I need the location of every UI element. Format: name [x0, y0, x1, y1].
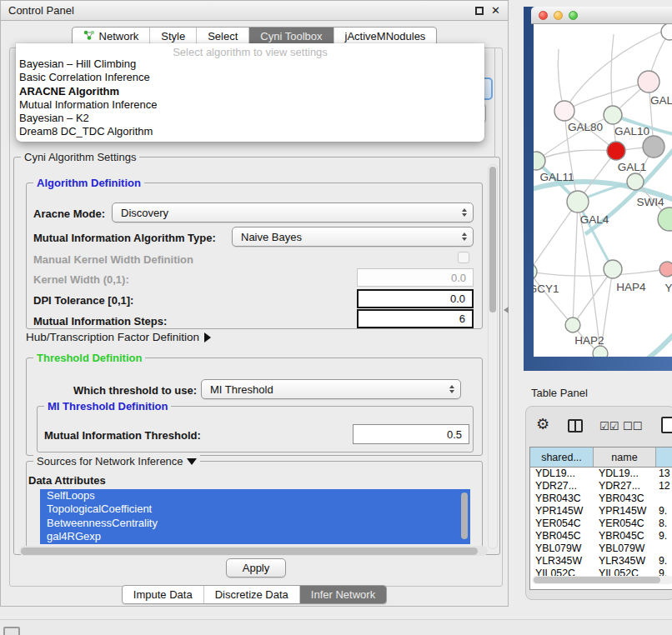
float-window-icon[interactable] — [475, 7, 484, 15]
attribute-selfloops[interactable]: SelfLoops — [40, 489, 470, 502]
cell: YBR043C — [594, 492, 656, 505]
table-row[interactable]: YLR345WYLR345W9. — [530, 555, 672, 568]
node-label: GAL80 — [568, 121, 603, 133]
network-node[interactable] — [658, 208, 672, 231]
table-row[interactable]: YDR27...YDR27...12 — [530, 480, 672, 492]
field-value: 0.5 — [447, 428, 462, 441]
tab-select[interactable]: Select — [196, 28, 248, 45]
scrollbar-thumb[interactable] — [489, 167, 496, 312]
table-row[interactable]: YBR045CYBR045C9. — [530, 530, 672, 542]
attribute-topologicalcoefficient[interactable]: TopologicalCoefficient — [40, 502, 470, 516]
table-horizontal-scrollbar[interactable] — [532, 576, 672, 584]
manual-kernel-width-checkbox[interactable] — [458, 252, 469, 263]
network-node[interactable] — [607, 142, 625, 160]
algorithm-option-dream8-dc-tdc-algorithm[interactable]: Dream8 DC_TDC Algorithm — [16, 125, 484, 138]
table-row[interactable]: YBL079WYBL079W — [530, 542, 672, 555]
network-node[interactable] — [627, 173, 644, 190]
algorithm-option-basic-correlation-inference[interactable]: Basic Correlation Inference — [16, 71, 484, 84]
network-node[interactable] — [661, 24, 672, 40]
column-header-shared[interactable]: shared... — [530, 448, 594, 467]
table-row[interactable]: YDL19...YDL19...13 — [530, 468, 672, 480]
dock-panel-icon[interactable] — [3, 627, 20, 635]
network-window-titlebar[interactable] — [531, 7, 672, 24]
expand-arrow-icon — [204, 332, 211, 342]
algorithm-option-mutual-information-inference[interactable]: Mutual Information Inference — [16, 98, 484, 112]
mi-algorithm-type-select[interactable]: Naive Bayes — [232, 227, 474, 247]
tab-impute-data[interactable]: Impute Data — [123, 586, 203, 603]
cyni-algorithm-settings-group: Cyni Algorithm Settings Algorithm Defini… — [13, 157, 500, 555]
apply-button[interactable]: Apply — [226, 558, 286, 578]
cell: YBL079W — [530, 542, 594, 555]
network-node[interactable] — [643, 136, 664, 158]
tab-cyni-toolbox[interactable]: Cyni Toolbox — [248, 28, 333, 45]
algorithm-option-bayesian-hill-climbing[interactable]: Bayesian – Hill Climbing — [16, 58, 484, 71]
tab-style[interactable]: Style — [149, 28, 196, 45]
columns-icon[interactable] — [568, 419, 583, 432]
table-row[interactable]: YBR043CYBR043C — [530, 492, 672, 505]
network-edge — [564, 82, 649, 111]
cell: 9. — [656, 555, 672, 568]
hub-transcription-factor-expander[interactable]: Hub/Transcription Factor Definition — [26, 331, 211, 343]
dpi-tolerance-field[interactable]: 0.0 — [357, 289, 474, 308]
mi-steps-field[interactable]: 6 — [357, 309, 474, 328]
panel-splitter-handle[interactable] — [504, 307, 509, 313]
tab-network[interactable]: Network — [73, 28, 150, 45]
column-header-cut[interactable] — [656, 448, 672, 467]
tab-label: Style — [161, 30, 185, 42]
network-node[interactable] — [534, 263, 537, 280]
attribute-gal4rgexp[interactable]: gal4RGexp — [40, 530, 470, 543]
close-traffic-light-icon[interactable] — [539, 11, 548, 20]
spinner-arrows-icon — [462, 232, 467, 241]
network-node[interactable] — [604, 106, 622, 124]
tab-infer-network[interactable]: Infer Network — [299, 586, 386, 603]
minimize-traffic-light-icon[interactable] — [554, 11, 563, 20]
table-row[interactable]: YER054CYER054C8. — [530, 518, 672, 530]
function-builder-icon[interactable] — [661, 417, 672, 433]
selected-value: Naive Bayes — [241, 231, 302, 243]
scrollbar-thumb[interactable] — [534, 577, 660, 583]
gear-icon[interactable]: ⚙ — [536, 417, 549, 432]
network-node[interactable] — [554, 101, 574, 121]
network-canvas[interactable]: GAL7GAL80GAL10GAL1GAL11GAL4SWI4GCY1HAP4Y… — [534, 24, 672, 357]
dpi-tolerance-label: DPI Tolerance [0,1]: — [33, 294, 133, 307]
field-value: 0.0 — [450, 292, 465, 305]
column-header-name[interactable]: name — [594, 448, 656, 467]
group-title: MI Threshold Definition — [44, 400, 171, 412]
mi-steps-label: Mutual Information Steps: — [33, 315, 167, 328]
scrollbar-thumb[interactable] — [21, 548, 478, 555]
table-row[interactable]: YPR145WYPR145W9. — [530, 505, 672, 518]
data-attributes-list[interactable]: SelfLoopsTopologicalCoefficientBetweenne… — [40, 489, 470, 544]
kernel-width-field[interactable]: 0.0 — [357, 268, 474, 287]
network-node[interactable] — [593, 346, 608, 357]
network-node[interactable] — [638, 71, 659, 92]
settings-horizontal-scrollbar[interactable] — [19, 546, 488, 556]
cell: YER054C — [594, 518, 656, 530]
network-node[interactable] — [604, 260, 622, 278]
tab-label: Impute Data — [133, 588, 193, 601]
tab-jactivemnodules[interactable]: jActiveMNodules — [333, 28, 437, 45]
algorithm-option-aracne-algorithm[interactable]: ARACNE Algorithm — [16, 85, 484, 98]
group-border-fragment — [494, 48, 495, 158]
network-node[interactable] — [659, 262, 672, 277]
settings-vertical-scrollbar[interactable] — [488, 164, 498, 549]
list-scrollbar-thumb[interactable] — [461, 492, 468, 539]
mi-threshold-field[interactable]: 0.5 — [353, 424, 469, 444]
sources-expander[interactable]: Sources for Network Inference — [33, 455, 200, 468]
network-edge — [534, 272, 573, 325]
network-node[interactable] — [565, 318, 580, 332]
which-threshold-select[interactable]: MI Threshold — [201, 379, 461, 399]
algorithm-option-bayesian-k2[interactable]: Bayesian – K2 — [16, 112, 484, 125]
zoom-traffic-light-icon[interactable] — [569, 11, 578, 20]
aracne-mode-select[interactable]: Discovery — [112, 202, 474, 222]
attribute-betweennesscentrality[interactable]: BetweennessCentrality — [40, 517, 470, 530]
tab-label: Discretize Data — [215, 588, 288, 601]
close-icon[interactable]: ✕ — [491, 7, 500, 15]
tab-discretize-data[interactable]: Discretize Data — [203, 586, 299, 603]
checked-boxes-icon[interactable]: ☑☑ — [599, 420, 619, 432]
cell: YLR345W — [530, 555, 594, 568]
tab-label: jActiveMNodules — [345, 30, 426, 42]
unchecked-boxes-icon[interactable]: ☐☐ — [623, 420, 642, 432]
cell: YBR045C — [530, 530, 594, 542]
tab-label: Infer Network — [311, 588, 375, 601]
network-node[interactable] — [567, 191, 589, 212]
